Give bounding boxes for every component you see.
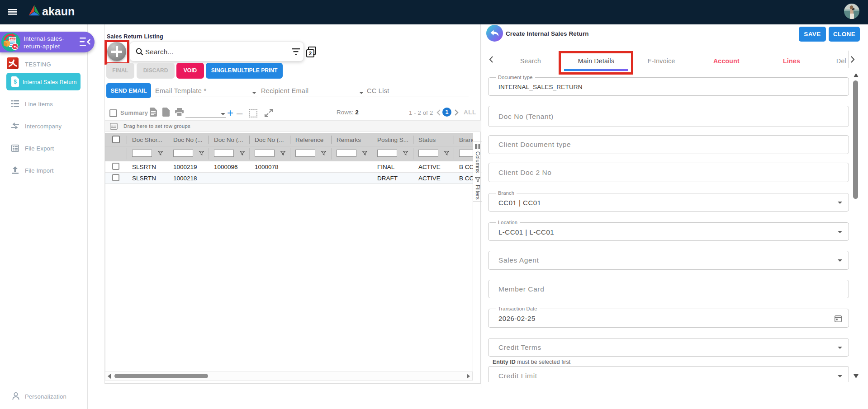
svg-text:2: 2 xyxy=(309,51,312,56)
svg-text:SALES: SALES xyxy=(9,38,16,40)
svg-text:$: $ xyxy=(14,79,17,85)
